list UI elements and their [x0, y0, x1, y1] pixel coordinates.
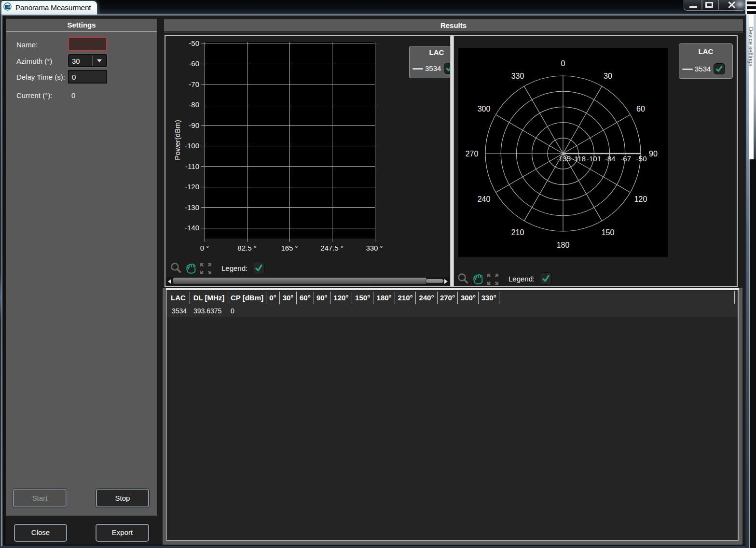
svg-text:330: 330: [511, 72, 524, 80]
svg-text:Power(dBm): Power(dBm): [173, 120, 181, 160]
svg-text:247.5 °: 247.5 °: [320, 244, 344, 252]
svg-text:0: 0: [561, 59, 565, 68]
svg-text:240: 240: [478, 195, 491, 203]
svg-text:-50: -50: [636, 155, 647, 163]
svg-text:150: 150: [602, 228, 615, 237]
svg-text:-84: -84: [605, 155, 616, 163]
svg-text:-110: -110: [185, 162, 199, 170]
svg-text:210: 210: [511, 228, 524, 237]
svg-text:-120: -120: [185, 183, 199, 191]
svg-text:300: 300: [478, 105, 491, 113]
svg-text:180: 180: [557, 241, 570, 249]
svg-text:-100: -100: [185, 141, 199, 150]
svg-text:60: 60: [636, 105, 645, 113]
svg-text:90: 90: [649, 150, 658, 158]
svg-text:120: 120: [634, 195, 647, 203]
svg-text:165 °: 165 °: [281, 244, 298, 252]
svg-text:-67: -67: [620, 155, 631, 163]
svg-text:-70: -70: [189, 80, 199, 88]
svg-text:-118: -118: [572, 155, 586, 163]
svg-text:270: 270: [466, 150, 479, 158]
svg-text:-135: -135: [556, 155, 571, 163]
svg-text:0 °: 0 °: [200, 244, 209, 252]
svg-text:330 °: 330 °: [366, 244, 383, 252]
svg-text:-80: -80: [189, 100, 199, 109]
svg-text:-90: -90: [189, 121, 199, 129]
svg-text:-140: -140: [185, 224, 199, 232]
svg-text:-130: -130: [185, 203, 199, 211]
svg-text:-50: -50: [189, 39, 199, 47]
svg-text:30: 30: [604, 72, 612, 80]
svg-text:-60: -60: [189, 59, 199, 68]
svg-text:82.5 °: 82.5 °: [237, 244, 256, 252]
svg-text:-101: -101: [587, 155, 601, 163]
